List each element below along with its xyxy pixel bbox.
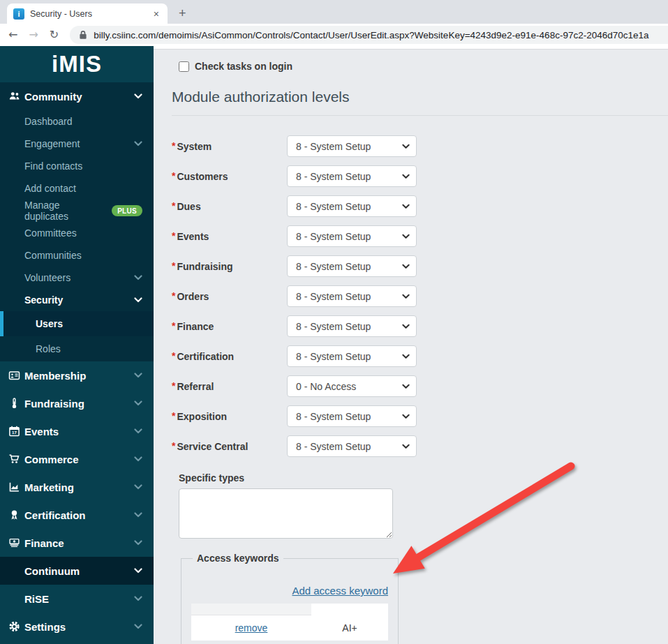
sidebar-item-engagement[interactable]: Engagement (0, 133, 154, 155)
sidebar-item-membership[interactable]: Membership (0, 361, 154, 389)
module-level-select-system[interactable]: 8 - System Setup (287, 135, 417, 157)
sidebar-item-security[interactable]: Security (0, 289, 154, 311)
sidebar-item-finance[interactable]: Finance (0, 529, 154, 557)
sidebar-item-label: Certification (24, 509, 86, 521)
module-row-service-central: *Service Central8 - System Setup (172, 435, 668, 457)
sidebar-item-communities[interactable]: Communities (0, 244, 154, 267)
forward-icon[interactable]: → (29, 29, 38, 40)
chevron-down-icon (134, 428, 142, 434)
module-level-select-exposition[interactable]: 8 - System Setup (287, 405, 417, 427)
marketing-icon (8, 481, 24, 493)
lock-icon (79, 30, 87, 40)
sidebar: iMIS CommunityDashboardEngagementFind co… (0, 46, 154, 644)
imis-favicon-icon: i (13, 8, 24, 20)
sidebar-item-add-contact[interactable]: Add contact (0, 177, 154, 200)
sidebar-item-roles[interactable]: Roles (0, 336, 154, 361)
module-level-select-referral[interactable]: 0 - No Access (287, 375, 417, 397)
community-icon (8, 91, 24, 102)
module-label: *Events (172, 231, 287, 242)
module-authorization-rows: *System8 - System Setup*Customers8 - Sys… (172, 135, 668, 457)
specific-types-label: Specific types (179, 472, 668, 484)
sidebar-item-commerce[interactable]: Commerce (0, 445, 154, 473)
module-level-select-certification[interactable]: 8 - System Setup (287, 345, 417, 367)
sidebar-item-users[interactable]: Users (0, 311, 154, 336)
add-access-keyword-link[interactable]: Add access keyword (191, 585, 388, 597)
back-icon[interactable]: ← (8, 29, 17, 40)
required-asterisk: * (172, 410, 175, 421)
sidebar-item-label: Community (24, 91, 82, 103)
required-asterisk: * (172, 170, 175, 181)
required-asterisk: * (172, 230, 175, 241)
sidebar-item-label: Find contacts (24, 160, 82, 172)
membership-icon (8, 370, 24, 381)
sidebar-nav: CommunityDashboardEngagementFind contact… (0, 82, 154, 641)
module-level-select-events[interactable]: 8 - System Setup (287, 225, 417, 247)
required-asterisk: * (172, 380, 175, 391)
required-asterisk: * (172, 200, 175, 211)
sidebar-item-manage-duplicates[interactable]: Manage duplicatesPLUS (0, 200, 154, 222)
module-label: *Finance (172, 321, 287, 332)
required-asterisk: * (172, 350, 175, 361)
sidebar-item-label: RiSE (24, 593, 49, 605)
new-tab-button[interactable]: + (179, 7, 186, 20)
chevron-down-icon (134, 484, 142, 490)
module-level-select-customers[interactable]: 8 - System Setup (287, 165, 417, 187)
specific-types-textarea[interactable] (179, 488, 393, 539)
close-tab-icon[interactable]: × (151, 8, 161, 20)
sidebar-item-settings[interactable]: Settings (0, 613, 154, 641)
module-row-orders: *Orders8 - System Setup (172, 285, 668, 307)
sidebar-item-label: Communities (24, 250, 82, 261)
access-keywords-fieldset: Access keywords Add access keyword remov… (181, 553, 399, 644)
module-row-events: *Events8 - System Setup (172, 225, 668, 247)
sidebar-item-events[interactable]: 17Events (0, 417, 154, 445)
address-bar[interactable]: billy.csiinc.com/demoimis/AsiCommon/Cont… (70, 26, 668, 44)
url-text: billy.csiinc.com/demoimis/AsiCommon/Cont… (94, 30, 648, 40)
browser-window: i Security - Users × + ← → ↻ billy.csiin… (0, 0, 668, 644)
module-level-select-dues[interactable]: 8 - System Setup (287, 195, 417, 217)
module-label: *Certification (172, 351, 287, 362)
sidebar-item-volunteers[interactable]: Volunteers (0, 267, 154, 289)
module-level-select-finance[interactable]: 8 - System Setup (287, 315, 417, 337)
refresh-icon[interactable]: ↻ (50, 29, 59, 40)
sidebar-item-marketing[interactable]: Marketing (0, 473, 154, 501)
access-keyword-row: removeAI+ (191, 615, 388, 641)
module-label: *Orders (172, 291, 287, 302)
chevron-down-icon (134, 568, 142, 574)
sidebar-item-community[interactable]: Community (0, 82, 154, 110)
imis-logo: iMIS (0, 46, 154, 82)
browser-tab[interactable]: i Security - Users × (7, 3, 168, 24)
sidebar-item-fundraising[interactable]: Fundraising (0, 389, 154, 417)
module-level-select-orders[interactable]: 8 - System Setup (287, 285, 417, 307)
module-label: *Dues (172, 201, 287, 212)
module-level-select-fundraising[interactable]: 8 - System Setup (287, 255, 417, 277)
sidebar-item-find-contacts[interactable]: Find contacts (0, 155, 154, 177)
sidebar-item-label: Marketing (24, 481, 74, 493)
module-label: *Exposition (172, 411, 287, 422)
page-title: Module authorization levels (172, 89, 668, 105)
chevron-down-icon (134, 373, 142, 378)
browser-tab-bar: i Security - Users × + (0, 0, 668, 24)
sidebar-item-label: Settings (24, 621, 66, 633)
sidebar-item-rise[interactable]: RiSE (0, 585, 154, 613)
module-label: *System (172, 141, 287, 152)
sidebar-item-label: Fundraising (24, 398, 84, 410)
main-content: Check tasks on login Module authorizatio… (154, 46, 668, 644)
remove-keyword-link[interactable]: remove (235, 622, 268, 634)
sidebar-item-label: Roles (36, 343, 61, 354)
chevron-down-icon (134, 540, 142, 546)
module-row-fundraising: *Fundraising8 - System Setup (172, 255, 668, 277)
module-level-select-service-central[interactable]: 8 - System Setup (287, 435, 417, 457)
sidebar-item-label: Membership (24, 370, 86, 382)
sidebar-item-label: Commerce (24, 454, 79, 465)
sidebar-item-continuum[interactable]: Continuum (0, 557, 154, 585)
heading-divider (172, 115, 668, 116)
sidebar-item-label: Dashboard (24, 116, 73, 127)
check-tasks-checkbox[interactable] (179, 61, 189, 72)
sidebar-item-certification[interactable]: Certification (0, 501, 154, 529)
sidebar-item-dashboard[interactable]: Dashboard (0, 110, 154, 133)
chevron-down-icon (134, 297, 142, 303)
module-label: *Fundraising (172, 261, 287, 272)
sidebar-item-label: Events (24, 426, 59, 437)
svg-text:17: 17 (12, 430, 17, 435)
sidebar-item-committees[interactable]: Committees (0, 222, 154, 244)
